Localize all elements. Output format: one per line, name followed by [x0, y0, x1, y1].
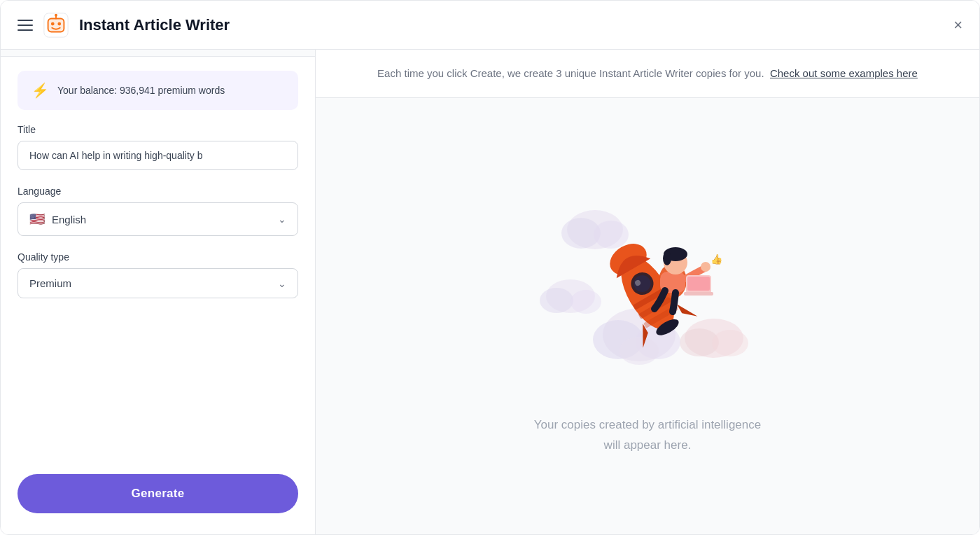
title-input[interactable] — [18, 141, 298, 170]
right-banner: Each time you click Create, we create 3 … — [316, 50, 979, 98]
svg-point-12 — [540, 288, 573, 313]
svg-point-4 — [51, 22, 55, 25]
illustration-container: 👍 — [536, 177, 760, 387]
language-value: English — [52, 214, 278, 225]
banner-main-text: Each time you click Create, we create 3 … — [377, 67, 764, 79]
form-area: Title Language 🇺🇸 English ⌄ Quality type — [1, 124, 315, 460]
svg-text:👍: 👍 — [710, 253, 723, 265]
header: Instant Article Writer × — [1, 1, 979, 50]
svg-point-35 — [701, 262, 710, 272]
title-label: Title — [18, 124, 298, 135]
quality-label: Quality type — [18, 251, 298, 263]
empty-state-line2: will appear here. — [604, 438, 692, 452]
language-select[interactable]: 🇺🇸 English ⌄ — [18, 202, 298, 236]
quality-select[interactable]: Premium ⌄ — [18, 268, 298, 298]
banner-link[interactable]: Check out some examples here — [770, 67, 918, 79]
svg-point-10 — [594, 221, 629, 249]
app-container: Instant Article Writer × ⚡ Your balance:… — [0, 0, 980, 535]
header-left: Instant Article Writer — [18, 12, 230, 39]
rocket-illustration: 👍 — [536, 177, 760, 387]
flag-icon: 🇺🇸 — [29, 211, 45, 227]
svg-point-16 — [712, 330, 748, 356]
empty-state-line1: Your copies created by artificial intell… — [534, 418, 761, 431]
svg-point-13 — [570, 290, 601, 314]
empty-state-text: Your copies created by artificial intell… — [534, 415, 761, 456]
banner-text: Each time you click Create, we create 3 … — [344, 65, 951, 82]
svg-rect-38 — [684, 292, 713, 296]
left-panel: ⚡ Your balance: 936,941 premium words Ti… — [1, 50, 316, 534]
right-content: 👍 Your copies created by artificial inte… — [316, 98, 979, 534]
svg-rect-37 — [687, 277, 710, 291]
balance-card: ⚡ Your balance: 936,941 premium words — [18, 71, 298, 110]
close-button[interactable]: × — [953, 18, 962, 33]
svg-point-5 — [57, 22, 61, 25]
language-label: Language — [18, 186, 298, 197]
logo-icon — [43, 12, 69, 39]
svg-point-34 — [663, 251, 671, 265]
quality-chevron-icon: ⌄ — [278, 278, 286, 289]
right-panel: Each time you click Create, we create 3 … — [316, 50, 979, 534]
quality-form-group: Quality type Premium ⌄ — [18, 251, 298, 298]
balance-text: Your balance: 936,941 premium words — [57, 83, 225, 98]
app-title: Instant Article Writer — [79, 16, 230, 34]
tab-area — [1, 50, 315, 57]
svg-point-7 — [55, 13, 57, 16]
quality-value: Premium — [29, 277, 71, 289]
language-chevron-icon: ⌄ — [278, 214, 286, 225]
title-form-group: Title — [18, 124, 298, 170]
svg-point-20 — [620, 337, 659, 365]
language-form-group: Language 🇺🇸 English ⌄ — [18, 186, 298, 236]
generate-button[interactable]: Generate — [18, 474, 298, 513]
menu-icon[interactable] — [18, 20, 33, 31]
main-layout: ⚡ Your balance: 936,941 premium words Ti… — [1, 50, 979, 534]
generate-btn-area: Generate — [1, 460, 315, 534]
lightning-icon: ⚡ — [31, 82, 49, 99]
